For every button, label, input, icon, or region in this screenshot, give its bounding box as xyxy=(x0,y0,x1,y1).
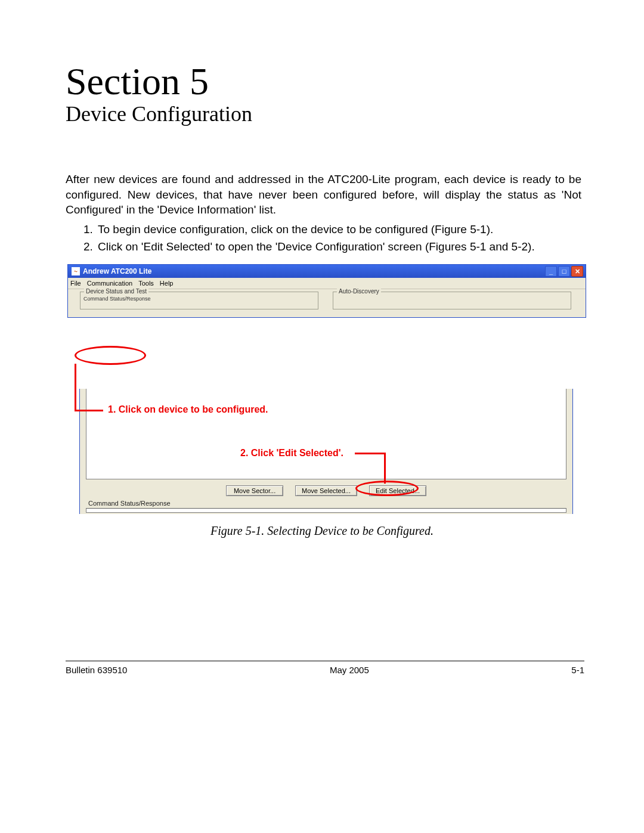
annotation-line-horizontal-2 xyxy=(355,453,386,454)
move-selected-button[interactable]: Move Selected... xyxy=(295,485,357,496)
app-window: ~ Andrew ATC200 Lite _ □ ✕ File Communic… xyxy=(67,264,586,318)
annotation-circle-edit-button xyxy=(355,481,419,496)
figure-caption: Figure 5-1. Selecting Device to be Confi… xyxy=(0,524,644,538)
window-controls: _ □ ✕ xyxy=(545,266,583,277)
minimize-button[interactable]: _ xyxy=(545,266,557,277)
menu-communication[interactable]: Communication xyxy=(87,280,132,287)
command-status-bar xyxy=(86,508,566,513)
group-auto-discovery: Auto-Discovery xyxy=(333,292,571,309)
step-1-text: To begin device configuration, click on … xyxy=(98,223,493,236)
annotation-circle-device xyxy=(75,346,146,365)
footer-right: 5-1 xyxy=(571,665,584,675)
menu-file[interactable]: File xyxy=(70,280,81,287)
group-auto-discovery-legend: Auto-Discovery xyxy=(337,288,381,295)
move-sector-button[interactable]: Move Sector... xyxy=(226,485,283,496)
command-status-label: Command Status/Response xyxy=(88,500,171,507)
step-2: 2.Click on 'Edit Selected' to open the '… xyxy=(83,238,590,255)
footer-left: Bulletin 639510 xyxy=(66,665,127,675)
footer: Bulletin 639510 May 2005 5-1 xyxy=(66,665,584,675)
document-page: Section 5 Device Configuration After new… xyxy=(0,0,644,833)
menu-help[interactable]: Help xyxy=(160,280,174,287)
menu-tools[interactable]: Tools xyxy=(138,280,154,287)
app-logo-icon: ~ xyxy=(72,267,80,275)
annotation-line-vertical-2 xyxy=(384,453,386,484)
group-device-status-legend: Device Status and Test xyxy=(84,288,148,295)
top-group-row: Device Status and Test Command Status/Re… xyxy=(80,292,574,313)
close-button[interactable]: ✕ xyxy=(571,266,583,277)
device-list[interactable] xyxy=(86,389,566,479)
maximize-button[interactable]: □ xyxy=(558,266,570,277)
group-device-status: Device Status and Test Command Status/Re… xyxy=(80,292,318,309)
titlebar: ~ Andrew ATC200 Lite _ □ ✕ xyxy=(68,265,586,278)
action-button-row: Move Sector... Move Selected... Edit Sel… xyxy=(80,483,572,498)
step-2-text: Click on 'Edit Selected' to open the 'De… xyxy=(98,240,535,253)
titlebar-left: ~ Andrew ATC200 Lite xyxy=(72,267,151,275)
figure-5-1: ~ Andrew ATC200 Lite _ □ ✕ File Communic… xyxy=(67,264,586,518)
annotation-text-2: 2. Click 'Edit Selected'. xyxy=(240,448,343,459)
annotation-text-1: 1. Click on device to be configured. xyxy=(108,404,268,415)
footer-center: May 2005 xyxy=(330,665,369,675)
footer-rule xyxy=(66,661,584,661)
intro-paragraph: After new devices are found and addresse… xyxy=(66,172,581,218)
section-heading: Section 5 xyxy=(66,60,209,104)
section-subtitle: Device Configuration xyxy=(66,101,252,126)
step-1: 1.To begin device configuration, click o… xyxy=(83,221,590,238)
annotation-line-horizontal-1 xyxy=(75,410,103,411)
annotation-line-vertical xyxy=(75,364,76,411)
group-cmd-response-sub: Command Status/Response xyxy=(82,296,153,302)
numbered-steps: 1.To begin device configuration, click o… xyxy=(73,221,590,256)
window-title: Andrew ATC200 Lite xyxy=(83,267,151,275)
